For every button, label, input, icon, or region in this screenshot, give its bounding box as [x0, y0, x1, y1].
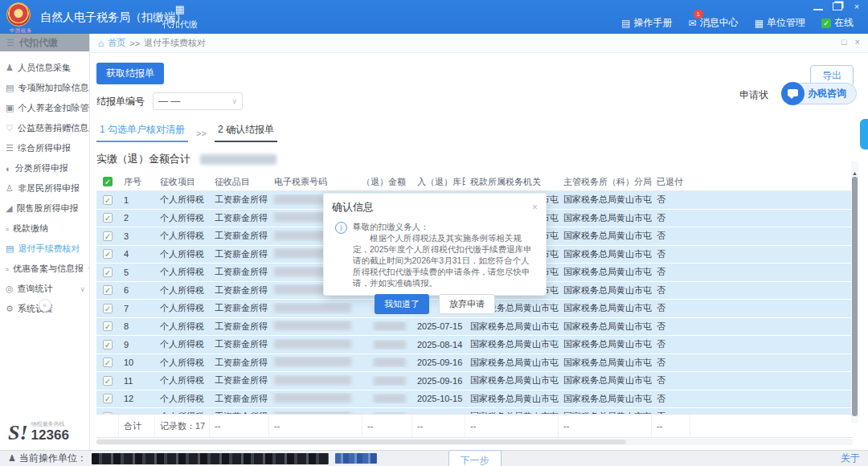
cell-category: 工资薪金所得: [210, 194, 269, 206]
row-checkbox[interactable]: [103, 195, 113, 205]
cell-refunded: 否: [652, 230, 690, 242]
table-row[interactable]: 13 个人所得税 工资薪金所得 国家税务总局黄山市屯溪区.. 国家税务总局黄山市…: [96, 408, 853, 414]
table-row[interactable]: 10 个人所得税 工资薪金所得 2025-09-16 国家税务总局黄山市屯溪区.…: [96, 354, 853, 373]
row-checkbox[interactable]: [103, 358, 113, 367]
query-icon: ◎: [6, 284, 14, 294]
cell-org2: 国家税务总局黄山市屯溪区..: [559, 212, 652, 224]
row-checkbox[interactable]: [103, 249, 113, 259]
org-icon: ▦: [755, 18, 764, 29]
dialog-greeting: 尊敬的扣缴义务人：: [353, 221, 536, 232]
step-2-tab[interactable]: 2 确认结报单: [215, 123, 277, 142]
minimize-button[interactable]: [813, 2, 823, 10]
cell-item: 个人所得税: [155, 284, 210, 296]
apply-status-label: 申请状: [739, 88, 768, 102]
cell-ticket-redacted: [274, 375, 351, 385]
statement-number-value: — —: [158, 96, 180, 107]
table-row[interactable]: 8 个人所得税 工资薪金所得 2025-07-15 国家税务总局黄山市屯溪区..…: [96, 318, 853, 337]
sidebar-item-限售股所得申报[interactable]: ◢ 限售股所得申报: [0, 198, 89, 219]
sidebar-item-个人养老金扣除管理[interactable]: ▣ 个人养老金扣除管理: [0, 98, 89, 118]
row-checkbox[interactable]: [103, 268, 113, 277]
sidebar-header: ☰ 代扣代缴: [0, 34, 89, 51]
fetch-statement-button[interactable]: 获取结报单: [96, 63, 164, 84]
scrollbar-thumb[interactable]: [852, 177, 858, 416]
dialog-close-icon[interactable]: ×: [532, 202, 538, 213]
cell-ticket-redacted: [274, 321, 351, 330]
sidebar-item-税款缴纳[interactable]: ▫ 税款缴纳: [0, 219, 89, 239]
inner-close-button[interactable]: ×: [855, 37, 860, 47]
row-checkbox[interactable]: [103, 231, 113, 241]
home-icon: ⌂: [98, 38, 104, 49]
manual-menu-item[interactable]: ▤ 操作手册: [621, 16, 672, 30]
step-1-tab[interactable]: 1 勾选单户核对清册: [96, 123, 188, 142]
cell-org2: 国家税务总局黄山市屯溪区..: [559, 393, 652, 405]
table-row[interactable]: 9 个人所得税 工资薪金所得 2025-08-14 国家税务总局黄山市屯溪区..…: [96, 336, 853, 354]
vertical-scrollbar[interactable]: ▲: [851, 161, 858, 423]
sidebar-menu: ♟ 人员信息采集 ▤ 专项附加扣除信息采 ▣ 个人养老金扣除管理 ♡ 公益慈善捐…: [0, 58, 89, 319]
header-refunded: 已退付: [652, 176, 690, 188]
header-amount: 实缴（退）金额: [362, 176, 412, 188]
close-button[interactable]: ×: [852, 2, 862, 10]
row-checkbox[interactable]: [103, 394, 113, 403]
cell-refunded: 否: [652, 302, 690, 314]
sidebar: ☰ 代扣代缴 ♟ 人员信息采集 ▤ 专项附加扣除信息采 ▣ 个人养老金扣除管理 …: [0, 34, 90, 450]
tax-consult-button[interactable]: 办税咨询: [783, 83, 857, 104]
cell-org1: 国家税务总局黄山市屯溪区..: [465, 374, 559, 386]
cell-date: 2025-08-14: [412, 340, 465, 350]
next-step-button[interactable]: 下一步: [448, 450, 502, 466]
restore-button[interactable]: [833, 2, 842, 10]
sidebar-item-优惠备案与信息报[interactable]: ▫ 优惠备案与信息报 ∨: [0, 259, 89, 279]
org-label: 单位管理: [767, 16, 805, 30]
row-checkbox[interactable]: [103, 213, 113, 223]
side-panel-handle[interactable]: [860, 119, 868, 149]
dialog-cancel-button[interactable]: 放弃申请: [439, 294, 495, 314]
header-category: 征收品目: [210, 176, 269, 188]
row-checkbox[interactable]: [103, 304, 113, 313]
sidebar-item-非居民所得申报[interactable]: ♙ 非居民所得申报: [0, 178, 89, 198]
cell-item: 个人所得税: [155, 248, 210, 260]
row-checkbox[interactable]: [103, 376, 113, 386]
row-checkbox[interactable]: [103, 340, 113, 350]
inner-maximize-button[interactable]: □: [841, 37, 847, 47]
row-checkbox[interactable]: [103, 321, 113, 331]
org-management-menu-item[interactable]: ▦ 单位管理: [755, 16, 805, 30]
hotline-glyph: S!: [8, 424, 28, 442]
nav-tab-daikou[interactable]: ▦ 代扣代缴: [158, 3, 203, 31]
cell-item: 个人所得税: [155, 338, 210, 350]
cell-category: 工资薪金所得: [210, 266, 269, 278]
table-row[interactable]: 11 个人所得税 工资薪金所得 2025-09-16 国家税务总局黄山市屯溪区.…: [96, 372, 853, 390]
table-row[interactable]: 12 个人所得税 工资薪金所得 2025-10-15 国家税务总局黄山市屯溪区.…: [96, 390, 853, 409]
tax-pay-icon: ▫: [6, 224, 9, 234]
sidebar-item-退付手续费核对[interactable]: ▤ 退付手续费核对: [0, 239, 89, 259]
wizard-steps: 1 勾选单户核对清册 >> 2 确认结报单: [96, 123, 868, 142]
select-all-checkbox[interactable]: [103, 177, 113, 186]
message-badge: 1: [694, 10, 703, 18]
pension-icon: ▣: [6, 103, 14, 113]
cell-refunded: 否: [652, 374, 690, 386]
online-label: 在线: [834, 16, 854, 30]
sidebar-item-综合所得申报[interactable]: ☰ 综合所得申报: [0, 138, 89, 158]
horizontal-scrollbar[interactable]: [96, 439, 853, 445]
cell-category: 工资薪金所得: [210, 284, 269, 296]
sidebar-item-查询统计[interactable]: ◎ 查询统计 ∨: [0, 279, 89, 299]
dialog-title: 确认信息: [332, 200, 374, 215]
sidebar-item-分类所得申报[interactable]: ◐ 分类所得申报: [0, 158, 89, 178]
nav-tab-label: 代扣代缴: [162, 19, 198, 29]
sidebar-item-专项附加扣除信息采[interactable]: ▤ 专项附加扣除信息采: [0, 78, 89, 98]
row-checkbox[interactable]: [103, 412, 113, 414]
row-checkbox[interactable]: [103, 285, 113, 295]
sidebar-item-人员信息采集[interactable]: ♟ 人员信息采集: [0, 58, 89, 78]
user-icon: ♟: [8, 453, 16, 464]
message-center-menu-item[interactable]: ✉ 1 消息中心: [689, 16, 739, 30]
statement-number-select[interactable]: — — ∨: [153, 92, 243, 110]
summary-label: 实缴（退）金额合计: [96, 152, 190, 166]
scroll-up-icon: ▲: [852, 170, 858, 176]
settings-icon: ⚙: [6, 304, 14, 314]
dialog-confirm-button[interactable]: 我知道了: [375, 294, 429, 314]
sidebar-collapse-button[interactable]: «: [39, 299, 51, 312]
cell-refunded: 否: [652, 393, 690, 405]
breadcrumb-home[interactable]: 首页: [108, 37, 125, 49]
cell-item: 个人所得税: [155, 357, 210, 369]
summary-row: 实缴（退）金额合计: [96, 152, 868, 166]
sidebar-item-公益慈善捐赠信息采[interactable]: ♡ 公益慈善捐赠信息采: [0, 118, 89, 138]
cell-ticket-redacted: [274, 393, 351, 403]
